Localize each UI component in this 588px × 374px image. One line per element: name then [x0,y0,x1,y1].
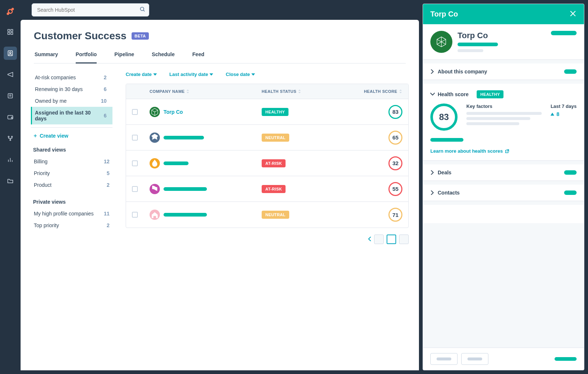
table-row[interactable]: NEUTRAL 65 [126,125,408,150]
panel-company-name: Torp Co [458,31,502,40]
filter-renewing[interactable]: Renewing in 30 days6 [31,83,112,95]
table-header: COMPANY NAME HEALTH STATUS HEALTH SCORE [126,84,408,99]
view-sidebar: At-risk companies2 Renewing in 30 days6 … [21,63,115,252]
nav-reports-icon[interactable] [4,153,17,166]
svg-point-15 [8,136,9,137]
view-count: 11 [104,211,110,217]
page-1[interactable] [374,235,384,244]
row-checkbox[interactable] [132,109,138,115]
placeholder-bar [466,122,502,125]
panel-title: Torp Co [430,10,458,18]
contacts-section[interactable]: Contacts [423,185,502,201]
private-view-top-priority[interactable]: Top priority2 [31,219,115,231]
panel-hero-section: Torp Co [423,24,502,60]
filter-count: 6 [104,86,107,92]
status-badge: AT-RISK [262,159,286,167]
left-nav-rail [0,0,21,319]
row-checkbox[interactable] [132,212,138,218]
detail-panel: Torp Co Torp Co About this company [423,4,502,319]
nav-automation-icon[interactable] [4,132,17,145]
empty-section [423,205,502,223]
search-icon[interactable] [140,7,146,14]
svg-rect-6 [11,29,13,31]
page-title: Customer Success [34,30,126,42]
company-name: Torp Co [164,109,183,115]
nav-grid-icon[interactable] [4,25,17,39]
filter-create-date[interactable]: Create date [126,72,157,77]
shared-views-header: Shared views [33,147,115,153]
placeholder-bar [458,43,498,46]
svg-rect-5 [8,29,10,31]
svg-line-32 [437,39,441,42]
row-checkbox[interactable] [132,160,138,166]
header-health-status[interactable]: HEALTH STATUS [256,84,339,99]
filter-close-date[interactable]: Close date [226,72,255,77]
filter-last-activity[interactable]: Last activity date [169,72,214,77]
page-prev-icon[interactable] [368,236,371,242]
filter-owned[interactable]: Owned by me10 [31,95,112,107]
tab-summary[interactable]: Summary [35,51,58,63]
svg-line-22 [143,10,144,11]
svg-rect-7 [8,33,10,35]
tab-pipeline[interactable]: Pipeline [114,51,134,63]
table-row[interactable]: NEUTRAL 71 [126,202,408,228]
score-circle: 32 [388,156,402,170]
tab-feed[interactable]: Feed [192,51,204,63]
company-avatar-icon [150,107,160,117]
svg-rect-8 [11,33,13,35]
shared-view-priority[interactable]: Priority5 [31,167,115,179]
about-company-section[interactable]: About this company [423,63,502,80]
about-label: About this company [438,69,487,75]
health-score-label: Health score [438,91,469,97]
shared-view-product[interactable]: Product2 [31,179,115,191]
private-views-header: Private views [33,199,115,205]
nav-wallet-icon[interactable] [4,110,17,124]
score-circle: 71 [388,208,402,222]
tab-schedule[interactable]: Schedule [152,51,175,63]
placeholder-bar [164,187,207,191]
nav-contacts-icon[interactable] [4,47,17,60]
view-label: Priority [34,170,50,176]
key-factors-label: Key factors [466,104,502,109]
shared-view-billing[interactable]: Billing12 [31,156,115,167]
table-row[interactable]: Torp Co HEALTHY 83 [126,99,408,125]
main-header: Customer Success BETA Summary Portfolio … [21,20,419,63]
nav-content-icon[interactable] [4,89,17,102]
table-row[interactable]: AT-RISK 55 [126,176,408,202]
svg-point-16 [11,136,12,137]
hubspot-logo-icon[interactable] [6,7,15,17]
view-label: Top priority [34,222,59,228]
view-count: 12 [104,159,110,164]
view-label: My high profile companies [34,211,94,217]
view-count: 2 [107,222,110,228]
nav-marketing-icon[interactable] [4,68,17,81]
nav-folder-icon[interactable] [4,174,17,188]
header-company-name[interactable]: COMPANY NAME [144,84,256,99]
learn-more-link[interactable]: Learn more about health scores [430,148,502,154]
panel-body: Torp Co About this company Health score … [423,24,502,319]
private-view-high-profile[interactable]: My high profile companies11 [31,208,115,219]
create-view-button[interactable]: Create view [31,133,115,139]
company-avatar-icon [150,184,160,194]
filter-label: Renewing in 30 days [35,86,83,92]
key-factors: Key factors [466,104,502,127]
page-2[interactable] [387,235,396,244]
svg-line-36 [441,42,446,44]
table-row[interactable]: AT-RISK 32 [126,150,408,176]
status-badge: HEALTHY [262,108,288,116]
search-input[interactable] [32,3,149,17]
company-avatar-icon [430,31,452,53]
health-score-toggle[interactable]: Health score [430,91,469,97]
tab-portfolio[interactable]: Portfolio [76,51,97,63]
filter-assigned[interactable]: Assigned in the last 30 days6 [31,107,112,124]
header-health-score[interactable]: HEALTH SCORE [339,84,408,99]
row-checkbox[interactable] [132,135,138,141]
page-3[interactable] [399,235,409,244]
row-checkbox[interactable] [132,186,138,192]
deals-section[interactable]: Deals [423,164,502,181]
health-score-section: Health score HEALTHY 83 Key factors Last… [423,84,502,161]
filter-at-risk[interactable]: At-risk companies2 [31,72,112,83]
status-badge: AT-RISK [262,185,286,193]
main-tabs: Summary Portfolio Pipeline Schedule Feed [34,51,406,63]
filter-label: At-risk companies [35,75,76,80]
